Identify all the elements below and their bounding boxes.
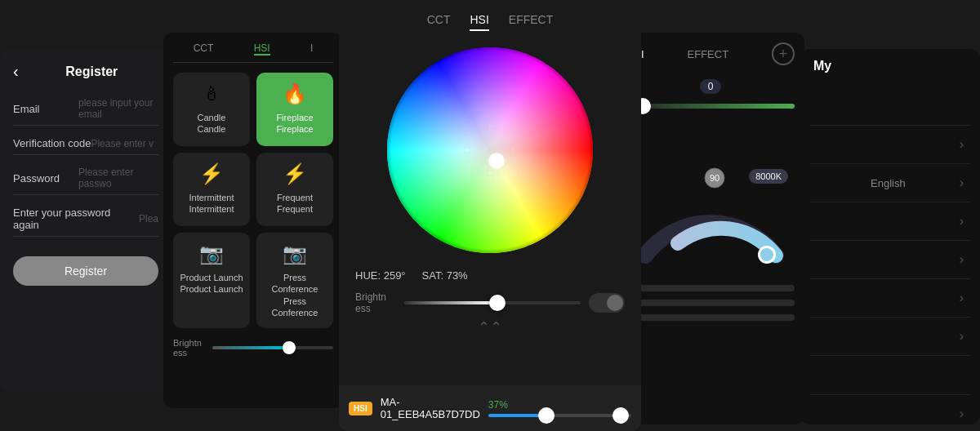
cct-temperature-badge: 8000K	[749, 169, 788, 184]
candle-icon: 🕯	[202, 82, 221, 105]
svg-text:90: 90	[710, 173, 719, 183]
scene-item-label-frequent: FrequentFrequent	[277, 192, 313, 216]
chevron-right-icon-3: ›	[960, 214, 964, 229]
register-panel: ‹ Register Email please input your email…	[0, 49, 172, 392]
color-wheel-canvas[interactable]	[384, 44, 596, 256]
toggle-knob	[607, 295, 623, 311]
my-blank-item-1	[810, 87, 970, 126]
device-slider-fill	[488, 414, 541, 417]
tab-i[interactable]: I	[310, 42, 313, 56]
cct-header: HSI EFFECT +	[626, 42, 795, 65]
scene-brightness-thumb[interactable]	[283, 341, 296, 354]
hue-value: HUE: 259°	[355, 269, 406, 282]
hsi-device-badge: HSI	[349, 402, 372, 415]
scene-brightness-fill	[212, 346, 285, 349]
chevron-right-icon-english: ›	[960, 176, 964, 190]
hue-badge-container: 0	[626, 78, 795, 104]
scene-item-label-fireplace: FireplaceFireplace	[276, 112, 313, 136]
device-slider-thumb2[interactable]	[612, 407, 629, 424]
tab-effect[interactable]: EFFECT	[509, 13, 553, 31]
hsi-brightness-label: Brightness	[355, 291, 396, 315]
register-title: Register	[25, 64, 158, 79]
hsi-panel: CCT HSI EFFECT HUE: 259° SAT: 73%	[339, 0, 641, 431]
email-row: Email please input your email	[13, 97, 158, 126]
hsi-controls: Brightness	[349, 291, 631, 315]
scene-brightness-label: Brightness	[173, 338, 206, 358]
chevron-right-icon-1: ›	[960, 137, 964, 152]
verification-label: Verification code	[13, 137, 91, 149]
tab-cct[interactable]: CCT	[194, 42, 214, 56]
add-button[interactable]: +	[772, 42, 795, 65]
scene-item-press-conference[interactable]: 📷 Press ConferencePress Conference	[256, 233, 333, 328]
hsi-toggle[interactable]	[589, 293, 625, 313]
scene-brightness-track[interactable]	[212, 346, 333, 349]
password-input[interactable]: Please enter passwo	[78, 167, 158, 189]
intermittent-icon: ⚡	[199, 162, 224, 185]
verification-row: Verification code Please enter v	[13, 137, 158, 155]
scene-item-product-launch[interactable]: 📷 Product LaunchProduct Launch	[173, 233, 250, 328]
scene-item-frequent[interactable]: ⚡ FrequentFrequent	[256, 153, 333, 226]
chevron-right-icon-4: ›	[960, 252, 964, 267]
scene-item-label-press-conference: Press ConferencePress Conference	[263, 272, 327, 318]
chevron-right-icon-5: ›	[960, 291, 964, 305]
device-slider-thumb[interactable]	[538, 407, 555, 424]
hsi-brightness-thumb[interactable]	[489, 295, 506, 311]
verification-input[interactable]: Please enter v	[91, 138, 158, 149]
color-picker-dot[interactable]	[490, 154, 503, 167]
hsi-brightness-track[interactable]	[404, 301, 581, 304]
register-header: ‹ Register	[13, 62, 158, 81]
press-conference-icon: 📷	[283, 242, 307, 265]
email-input[interactable]: please input your email	[78, 97, 158, 120]
hsi-brightness-fill	[404, 301, 492, 304]
my-item-value-english: English	[871, 177, 906, 189]
cct-slider-3[interactable]	[626, 314, 795, 321]
cct-arc-svg: 90	[629, 125, 792, 264]
frequent-icon: ⚡	[283, 162, 307, 185]
my-blank-item-2	[810, 356, 970, 395]
cct-sliders	[626, 285, 795, 321]
product-launch-icon: 📷	[199, 242, 224, 265]
scene-item-intermittent[interactable]: ⚡ IntermittentIntermittent	[173, 153, 250, 226]
device-slider-track[interactable]	[488, 414, 631, 417]
device-name: MA-01_EEB4A5B7D7DD	[381, 396, 480, 420]
register-button[interactable]: Register	[13, 256, 158, 286]
scene-item-label-candle: CandleCandle	[198, 112, 226, 136]
cct-slider-1[interactable]	[626, 285, 795, 291]
my-list-item-1[interactable]: ›	[810, 126, 970, 164]
my-list-item-english[interactable]: English ›	[810, 164, 970, 202]
chevron-right-icon-7: ›	[960, 407, 964, 421]
password-label: Password	[13, 172, 78, 184]
password-row: Password Please enter passwo	[13, 167, 158, 195]
hsi-brightness-row: Brightness	[355, 291, 625, 315]
fireplace-icon: 🔥	[283, 82, 307, 105]
chevrons-up-button[interactable]: ⌃⌃	[478, 318, 502, 336]
cct-slider-2[interactable]	[626, 300, 795, 306]
back-button[interactable]: ‹	[13, 62, 19, 81]
my-panel: My › English › › › › › ›	[800, 49, 980, 424]
confirm-label: Enter your password again	[13, 207, 139, 231]
sat-value: SAT: 73%	[422, 269, 468, 282]
my-list-item-7[interactable]: ›	[810, 395, 970, 431]
scene-tabs: CCT HSI I	[173, 42, 333, 63]
tab-cct-hsi[interactable]: CCT	[427, 13, 451, 31]
scene-item-fireplace[interactable]: 🔥 FireplaceFireplace	[256, 73, 333, 146]
tab-effect-cct[interactable]: EFFECT	[688, 48, 729, 60]
confirm-row: Enter your password again Plea	[13, 207, 158, 237]
green-slider-track[interactable]	[626, 104, 795, 109]
my-list-item-6[interactable]: ›	[810, 318, 970, 356]
my-title: My	[810, 59, 970, 73]
confirm-input[interactable]: Plea	[139, 213, 158, 224]
my-list-item-5[interactable]: ›	[810, 279, 970, 318]
cct-dot-end	[758, 246, 776, 264]
scene-panel: CCT HSI I 🕯 CandleCandle 🔥 FireplaceFire…	[163, 33, 343, 408]
tab-hsi[interactable]: HSI	[254, 42, 270, 56]
cct-panel: HSI EFFECT + 0 90 8000K	[617, 33, 804, 424]
my-list-item-4[interactable]: ›	[810, 241, 970, 279]
chevron-right-icon-6: ›	[960, 329, 964, 344]
device-bar: HSI MA-01_EEB4A5B7D7DD 37%	[339, 385, 641, 431]
scene-item-candle[interactable]: 🕯 CandleCandle	[173, 73, 250, 146]
color-wheel-container[interactable]	[384, 44, 596, 256]
hsi-tabs: CCT HSI EFFECT	[427, 13, 554, 31]
my-list-item-3[interactable]: ›	[810, 202, 970, 241]
tab-hsi-main[interactable]: HSI	[470, 13, 488, 31]
